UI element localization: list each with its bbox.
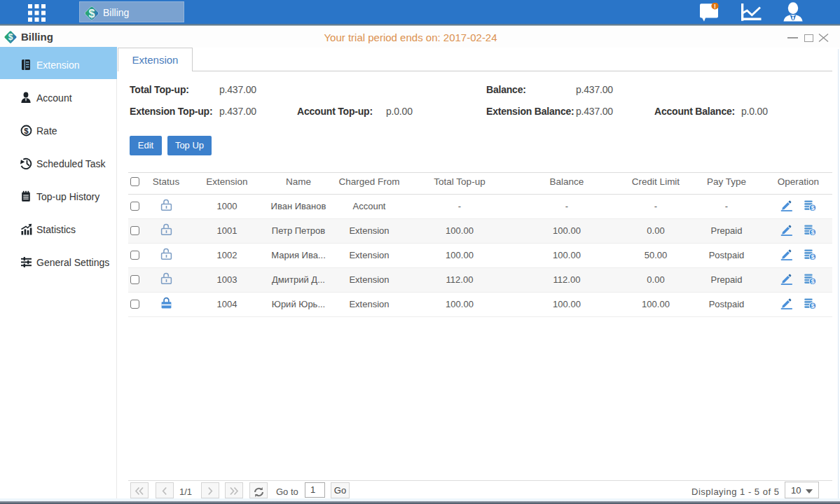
svg-text:$: $ xyxy=(811,302,814,309)
svg-text:$: $ xyxy=(811,204,814,211)
svg-text:$: $ xyxy=(89,8,95,20)
svg-text:$: $ xyxy=(24,127,29,135)
svg-text:!: ! xyxy=(714,3,716,10)
svg-text:$: $ xyxy=(811,278,814,285)
svg-text:$: $ xyxy=(811,229,814,236)
svg-text:$: $ xyxy=(811,253,814,260)
